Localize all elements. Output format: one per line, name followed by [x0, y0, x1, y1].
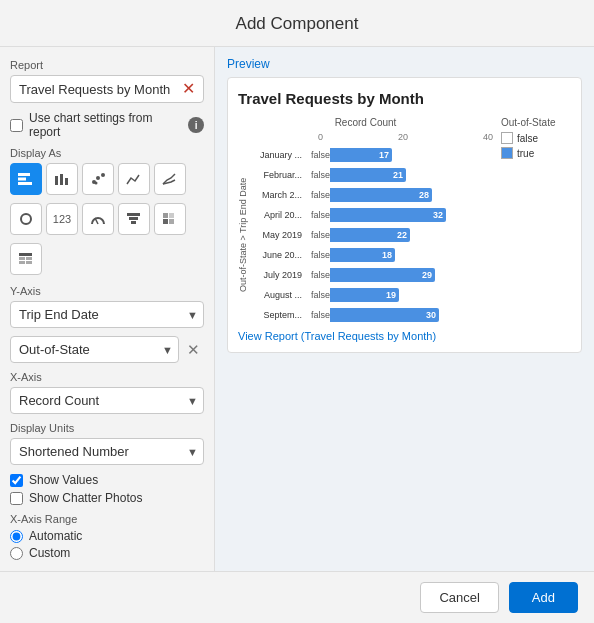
svg-rect-1 — [18, 178, 26, 181]
bar-label-group: April 20... false — [250, 210, 330, 220]
bar-state: false — [304, 250, 330, 260]
donut-chart-button[interactable] — [10, 203, 42, 235]
bar-month: April 20... — [250, 210, 302, 220]
bar-chart-horizontal-button[interactable] — [10, 163, 42, 195]
bar-value: 29 — [422, 270, 432, 280]
svg-point-11 — [24, 217, 28, 221]
use-chart-settings-checkbox[interactable] — [10, 119, 23, 132]
bar-value: 22 — [397, 230, 407, 240]
svg-rect-5 — [65, 178, 68, 185]
display-as-label: Display As — [10, 147, 204, 159]
tick-0: 0 — [318, 132, 323, 142]
bar-fill: 30 — [330, 308, 439, 322]
show-values-label: Show Values — [29, 473, 98, 487]
svg-rect-17 — [169, 213, 174, 218]
funnel-chart-button[interactable] — [118, 203, 150, 235]
bar-month: Februar... — [250, 170, 302, 180]
add-component-modal: Add Component Report Travel Requests by … — [0, 0, 594, 623]
bar-label-group: March 2... false — [250, 190, 330, 200]
svg-rect-13 — [127, 213, 140, 216]
left-panel: Report Travel Requests by Month ✕ Use ch… — [0, 47, 215, 571]
display-as-grid-row3 — [10, 243, 204, 275]
heatmap-button[interactable] — [154, 203, 186, 235]
bar-track: 18 — [330, 248, 446, 262]
svg-rect-18 — [163, 219, 168, 224]
cumulative-chart-button[interactable] — [154, 163, 186, 195]
bar-month: March 2... — [250, 190, 302, 200]
custom-radio[interactable] — [10, 547, 23, 560]
right-panel: Preview Travel Requests by Month Record … — [215, 47, 594, 571]
x-axis-label: X-Axis — [10, 371, 204, 383]
svg-rect-19 — [169, 219, 174, 224]
info-icon[interactable]: i — [188, 117, 204, 133]
view-report-link[interactable]: View Report (Travel Requests by Month) — [238, 330, 571, 342]
bar-chart-vertical-button[interactable] — [46, 163, 78, 195]
svg-point-7 — [96, 176, 100, 180]
bar-fill: 19 — [330, 288, 399, 302]
legend-title: Out-of-State — [501, 117, 571, 128]
bar-label-group: January ... false — [250, 150, 330, 160]
y-axis-rotated-label: Out-of-State > Trip End Date — [238, 146, 248, 324]
modal-header: Add Component — [0, 0, 594, 47]
custom-label: Custom — [29, 546, 70, 560]
use-chart-settings-row: Use chart settings from report i — [10, 111, 204, 139]
automatic-radio-row: Automatic — [10, 529, 204, 543]
bar-row: January ... false 17 — [250, 146, 446, 164]
add-button[interactable]: Add — [509, 582, 578, 613]
bar-fill: 29 — [330, 268, 435, 282]
bar-row: July 2019 false 29 — [250, 266, 446, 284]
bar-track: 22 — [330, 228, 446, 242]
automatic-radio[interactable] — [10, 530, 23, 543]
number-display-button[interactable]: 123 — [46, 203, 78, 235]
bar-track: 29 — [330, 268, 446, 282]
table-display-button[interactable] — [10, 243, 42, 275]
svg-rect-15 — [131, 221, 136, 224]
svg-rect-23 — [19, 261, 25, 264]
svg-rect-3 — [55, 176, 58, 185]
bar-track: 19 — [330, 288, 446, 302]
chart-inner: Out-of-State > Trip End Date January ...… — [238, 146, 493, 324]
report-clear-button[interactable]: ✕ — [180, 81, 197, 97]
bar-row: May 2019 false 22 — [250, 226, 446, 244]
bar-label-group: June 20... false — [250, 250, 330, 260]
tick-20: 20 — [398, 132, 408, 142]
chart-card: Travel Requests by Month Record Count 0 … — [227, 77, 582, 353]
x-axis-select[interactable]: Record Count — [10, 387, 204, 414]
bar-fill: 17 — [330, 148, 392, 162]
display-units-select[interactable]: Shortened Number — [10, 438, 204, 465]
show-chatter-checkbox[interactable] — [10, 492, 23, 505]
custom-radio-row: Custom — [10, 546, 204, 560]
show-values-checkbox[interactable] — [10, 474, 23, 487]
bar-label-group: May 2019 false — [250, 230, 330, 240]
bar-month: August ... — [250, 290, 302, 300]
report-input-row: Travel Requests by Month ✕ — [10, 75, 204, 103]
scatter-chart-button[interactable] — [82, 163, 114, 195]
bar-value: 28 — [419, 190, 429, 200]
svg-point-8 — [101, 173, 105, 177]
report-value: Travel Requests by Month — [19, 82, 180, 97]
legend-true: true — [501, 147, 571, 159]
svg-rect-4 — [60, 174, 63, 185]
modal-body: Report Travel Requests by Month ✕ Use ch… — [0, 47, 594, 571]
bar-label-group: Februar... false — [250, 170, 330, 180]
line-chart-button[interactable] — [118, 163, 150, 195]
y-axis-2-clear-button[interactable]: ✕ — [183, 339, 204, 361]
bar-month: Septem... — [250, 310, 302, 320]
bar-fill: 21 — [330, 168, 406, 182]
gauge-chart-button[interactable] — [82, 203, 114, 235]
svg-rect-20 — [19, 253, 32, 256]
bar-track: 30 — [330, 308, 446, 322]
bar-state: false — [304, 230, 330, 240]
modal-footer: Cancel Add — [0, 571, 594, 623]
svg-rect-2 — [18, 182, 32, 185]
cancel-button[interactable]: Cancel — [420, 582, 498, 613]
chart-area: Record Count 0 20 40 Out-of-State > Trip… — [238, 117, 571, 324]
display-as-grid-row2: 123 — [10, 203, 204, 235]
legend-false: false — [501, 132, 571, 144]
bar-month: July 2019 — [250, 270, 302, 280]
show-chatter-row: Show Chatter Photos — [10, 491, 204, 505]
bar-fill: 28 — [330, 188, 432, 202]
y-axis-select-1[interactable]: Trip End Date — [10, 301, 204, 328]
bar-track: 21 — [330, 168, 446, 182]
y-axis-select-2[interactable]: Out-of-State — [10, 336, 179, 363]
